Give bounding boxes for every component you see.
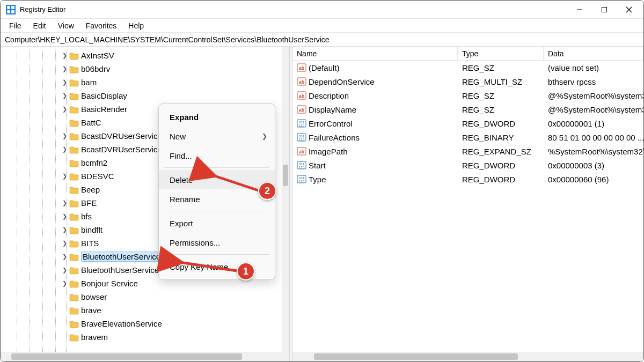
window-title: Registry Editor <box>20 5 65 13</box>
value-data: (value not set) <box>544 63 643 72</box>
close-button[interactable] <box>617 1 641 19</box>
menu-favorites[interactable]: Favorites <box>80 20 122 31</box>
maximize-button[interactable] <box>592 1 617 19</box>
folder-icon <box>69 266 79 275</box>
value-row[interactable]: 011110TypeREG_DWORD0x00000060 (96) <box>292 172 643 186</box>
folder-icon <box>69 172 79 181</box>
tree-node-label: AxInstSV <box>81 51 114 60</box>
value-row[interactable]: abDisplayNameREG_SZ@%SystemRoot%\system3… <box>292 102 643 116</box>
context-menu-item[interactable]: Permissions... <box>159 233 275 252</box>
value-type: REG_DWORD <box>458 119 544 128</box>
expand-chevron-icon[interactable]: ❯ <box>61 280 68 287</box>
folder-icon <box>69 145 79 154</box>
value-type: REG_EXPAND_SZ <box>458 147 544 156</box>
context-menu-separator <box>164 254 269 255</box>
value-type: REG_SZ <box>458 91 544 100</box>
submenu-arrow-icon: ❯ <box>262 132 267 140</box>
value-row[interactable]: ab(Default)REG_SZ(value not set) <box>292 61 643 75</box>
tree-node[interactable]: ❯BasicDisplay <box>1 89 289 102</box>
value-row[interactable]: abDescriptionREG_SZ@%SystemRoot%\system3… <box>292 88 643 102</box>
svg-rect-3 <box>7 10 10 13</box>
svg-rect-2 <box>11 6 14 9</box>
tree-node[interactable]: ❯b06bdrv <box>1 62 289 76</box>
value-type: REG_MULTI_SZ <box>458 77 544 86</box>
expand-chevron-icon[interactable]: ❯ <box>61 146 68 153</box>
context-menu-item-label: Permissions... <box>170 238 220 247</box>
value-row[interactable]: abImagePathREG_EXPAND_SZ%SystemRoot%\sys… <box>292 144 643 158</box>
minimize-button[interactable] <box>567 1 592 19</box>
context-menu-item[interactable]: Find... <box>159 146 275 165</box>
expand-chevron-icon[interactable]: ❯ <box>61 79 68 86</box>
value-name: FailureActions <box>309 133 360 142</box>
column-header-type[interactable]: Type <box>458 47 544 60</box>
context-menu-item-label: Export <box>170 219 193 228</box>
value-name: DependOnService <box>309 77 375 86</box>
folder-icon <box>69 306 79 315</box>
value-row[interactable]: 011110ErrorControlREG_DWORD0x00000001 (1… <box>292 116 643 130</box>
expand-chevron-icon[interactable]: ❯ <box>61 226 68 233</box>
value-row[interactable]: 011110FailureActionsREG_BINARY80 51 01 0… <box>292 130 643 144</box>
tree-node[interactable]: brave <box>1 304 289 317</box>
menu-bar: File Edit View Favorites Help <box>1 19 643 33</box>
expand-chevron-icon[interactable]: ❯ <box>61 253 68 260</box>
address-bar[interactable]: Computer\HKEY_LOCAL_MACHINE\SYSTEM\Curre… <box>1 33 643 47</box>
tree-node[interactable]: bowser <box>1 290 289 304</box>
tree-node-label: bam <box>81 78 97 87</box>
expand-chevron-icon[interactable]: ❯ <box>61 132 68 139</box>
value-row[interactable]: abDependOnServiceREG_MULTI_SZbthserv rpc… <box>292 75 643 88</box>
menu-help[interactable]: Help <box>123 20 149 31</box>
context-menu-item[interactable]: Rename <box>159 189 275 209</box>
context-menu-item[interactable]: Export <box>159 213 275 233</box>
context-menu-separator <box>164 211 269 211</box>
tree-node-label: BluetoothUserService <box>81 252 162 262</box>
expand-chevron-icon[interactable]: ❯ <box>61 240 68 247</box>
expand-chevron-icon[interactable]: ❯ <box>61 213 68 220</box>
svg-rect-4 <box>11 10 14 13</box>
context-menu-item[interactable]: Copy Key Name <box>159 257 275 276</box>
expand-chevron-icon[interactable]: ❯ <box>61 173 68 180</box>
context-menu-item-label: Copy Key Name <box>170 262 228 271</box>
string-value-icon: ab <box>297 63 306 72</box>
context-menu-item-label: Find... <box>170 151 192 160</box>
value-list[interactable]: ab(Default)REG_SZ(value not set)abDepend… <box>292 61 643 352</box>
list-header: Name Type Data <box>292 47 643 61</box>
expand-chevron-icon[interactable]: ❯ <box>61 267 68 274</box>
expand-chevron-icon[interactable]: ❯ <box>61 65 68 72</box>
svg-text:110: 110 <box>299 138 305 141</box>
list-horizontal-scrollbar[interactable] <box>292 352 643 361</box>
svg-rect-6 <box>602 7 607 12</box>
tree-vertical-scrollbar[interactable] <box>282 47 289 352</box>
value-data: 80 51 01 00 00 00 00 00 ... <box>544 133 643 142</box>
folder-icon <box>69 279 79 288</box>
svg-text:ab: ab <box>299 93 305 99</box>
tree-node[interactable]: bravem <box>1 330 289 344</box>
tree-node[interactable]: ❯bam <box>1 76 289 89</box>
value-data: 0x00000060 (96) <box>544 175 643 184</box>
expand-chevron-icon[interactable]: ❯ <box>61 106 68 113</box>
tree-node[interactable]: BraveElevationService <box>1 317 289 330</box>
value-row[interactable]: 011110StartREG_DWORD0x00000003 (3) <box>292 158 643 172</box>
column-header-name[interactable]: Name <box>292 47 458 60</box>
tree-node[interactable]: ❯AxInstSV <box>1 49 289 62</box>
expand-chevron-icon[interactable]: ❯ <box>61 200 68 206</box>
folder-icon <box>69 333 79 342</box>
context-menu-item[interactable]: Delete <box>159 170 275 189</box>
binary-value-icon: 011110 <box>297 119 306 128</box>
context-menu-item[interactable]: New❯ <box>159 127 275 146</box>
tree-node-label: bfs <box>81 212 92 221</box>
context-menu-item-label: New <box>170 132 186 141</box>
annotation-badge-1: 1 <box>237 262 255 280</box>
menu-view[interactable]: View <box>53 20 79 31</box>
registry-editor-window: Registry Editor File Edit View Favorites… <box>0 0 644 362</box>
menu-edit[interactable]: Edit <box>28 20 52 31</box>
context-menu-item[interactable]: Expand <box>159 107 275 127</box>
column-header-data[interactable]: Data <box>544 47 643 60</box>
tree-horizontal-scrollbar[interactable] <box>1 352 289 361</box>
context-menu-item-label: Delete <box>170 175 193 184</box>
folder-icon <box>69 159 79 167</box>
folder-icon <box>69 212 79 221</box>
expand-chevron-icon[interactable]: ❯ <box>61 92 68 99</box>
expand-chevron-icon[interactable]: ❯ <box>61 52 68 59</box>
menu-file[interactable]: File <box>4 20 27 31</box>
svg-rect-1 <box>7 6 10 9</box>
